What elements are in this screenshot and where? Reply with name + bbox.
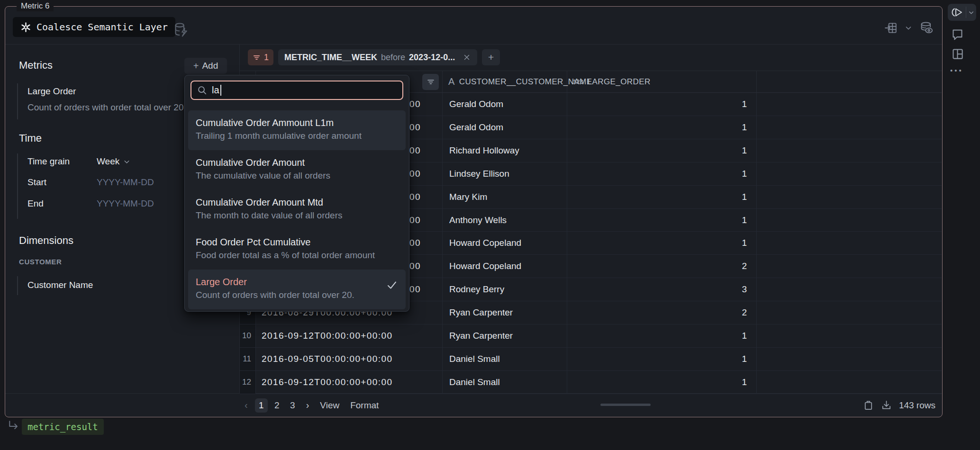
time-indent-line xyxy=(17,153,18,219)
date-value: 2016-09-12T00:00:00+00:00 xyxy=(262,331,392,341)
filter-chip[interactable]: METRIC_TIME__WEEK before 2023-12-0... xyxy=(278,49,477,65)
cell-customer-name: Ryan Carpenter xyxy=(443,301,567,324)
name-column-header[interactable]: A CUSTOMER__CUSTOMER_NAME xyxy=(443,71,567,92)
metric-option[interactable]: Food Order Pct Cumulative Food order tot… xyxy=(188,230,406,270)
time-grain-select[interactable]: Week xyxy=(97,156,131,167)
cell-empty xyxy=(757,371,942,394)
run-icon xyxy=(950,7,964,18)
table-row[interactable]: 11 2016-09-05T00:00:00+00:00 Daniel Smal… xyxy=(240,348,942,371)
cell-empty xyxy=(757,139,942,162)
page-button[interactable]: 3 xyxy=(286,398,299,413)
metrics-heading: Metrics xyxy=(19,59,53,72)
cell-large-order: 1 xyxy=(567,186,757,208)
option-title: Large Order xyxy=(196,276,398,288)
search-query: la xyxy=(212,85,219,96)
option-description: Count of orders with order total over 20… xyxy=(196,288,398,302)
cell-customer-name: Rodney Berry xyxy=(443,278,567,301)
plus-icon: + xyxy=(193,61,199,72)
metric-option[interactable]: Cumulative Order Amount Mtd The month to… xyxy=(188,190,406,230)
add-metric-button[interactable]: + Add xyxy=(184,58,227,74)
cell-customer-name: Richard Holloway xyxy=(443,139,567,162)
date-value: 2016-09-05T00:00:00+00:00 xyxy=(262,354,392,364)
format-button[interactable]: Format xyxy=(350,400,379,411)
table-row[interactable]: 10 2016-09-12T00:00:00+00:00 Ryan Carpen… xyxy=(240,324,942,348)
cell-customer-name: Mary Kim xyxy=(443,186,567,208)
filter-operator: before xyxy=(381,53,405,63)
table-row[interactable]: 12 2016-09-12T00:00:00+00:00 Daniel Smal… xyxy=(240,371,942,394)
metric-name[interactable]: Large Order xyxy=(27,86,76,97)
button-divider xyxy=(966,7,966,18)
download-icon[interactable] xyxy=(881,400,892,411)
date-value: 2016-09-12T00:00:00+00:00 xyxy=(262,377,392,387)
run-cell-button[interactable] xyxy=(948,4,976,21)
filter-lines-icon xyxy=(253,54,261,62)
table-footer: ‹ 123 › View Format xyxy=(245,394,379,417)
cell-title: Metric 6 xyxy=(17,1,54,11)
page-list: 123 xyxy=(255,398,299,413)
cell-customer-name: Anthony Wells xyxy=(443,209,567,232)
cell-large-order: 3 xyxy=(567,278,757,301)
cell-empty xyxy=(757,255,942,278)
prev-page-button[interactable]: ‹ xyxy=(245,400,248,411)
cell-customer-name: Gerald Odom xyxy=(443,116,567,139)
dimensions-heading: Dimensions xyxy=(19,234,73,247)
next-page-button[interactable]: › xyxy=(306,400,309,411)
cell-empty xyxy=(757,186,942,208)
cell-empty xyxy=(757,93,942,116)
page-button[interactable]: 1 xyxy=(255,398,268,413)
chevron-down-icon[interactable] xyxy=(968,9,975,16)
start-date-input[interactable]: YYYY-MM-DD xyxy=(97,177,154,188)
cell-customer-name: Lindsey Ellison xyxy=(443,162,567,185)
add-filter-button[interactable]: + xyxy=(482,49,500,65)
copy-icon[interactable] xyxy=(863,400,874,411)
page-button[interactable]: 2 xyxy=(271,398,283,413)
option-description: Food order total as a % of total order a… xyxy=(196,249,398,262)
filter-field: METRIC_TIME__WEEK xyxy=(284,53,377,63)
date-value-tail xyxy=(392,377,443,387)
dimension-indent-line xyxy=(17,276,18,295)
cell-large-order: 1 xyxy=(567,209,757,232)
table-import-icon[interactable] xyxy=(884,21,898,35)
row-index: 11 xyxy=(240,348,256,370)
cell-empty xyxy=(757,209,942,232)
option-description: The month to date value of all orders xyxy=(196,209,398,222)
text-type-icon: A xyxy=(448,76,455,87)
column-filter-button[interactable] xyxy=(422,74,439,90)
search-input[interactable]: la xyxy=(191,81,403,100)
end-date-input[interactable]: YYYY-MM-DD xyxy=(97,198,154,209)
layout-panels-icon[interactable] xyxy=(951,47,964,60)
option-title: Cumulative Order Amount xyxy=(196,156,398,169)
cell-metric-time-week: 2016-09-05T00:00:00+00:00 xyxy=(256,348,443,370)
start-label: Start xyxy=(27,177,46,188)
chevron-down-icon[interactable] xyxy=(904,24,913,32)
number-type-icon: 123 xyxy=(573,78,583,85)
metric-cell: Metric 6 Coalesce Semantic Layer xyxy=(5,6,943,417)
data-source-chip[interactable]: Coalesce Semantic Layer xyxy=(13,17,175,37)
value-column-header[interactable]: 123 LARGE_ORDER xyxy=(567,71,757,92)
database-lightning-icon[interactable] xyxy=(173,22,188,37)
cell-large-order: 1 xyxy=(567,348,757,370)
time-grain-label: Time grain xyxy=(27,156,70,167)
view-button[interactable]: View xyxy=(320,400,339,411)
dimension-item[interactable]: Customer Name xyxy=(27,279,93,291)
metric-option[interactable]: Cumulative Order Amount The cumulative v… xyxy=(188,150,406,190)
search-icon xyxy=(197,85,208,96)
filter-bar: 1 METRIC_TIME__WEEK before 2023-12-0... … xyxy=(248,49,500,65)
dimension-group-label: CUSTOMER xyxy=(19,258,62,266)
comment-icon[interactable] xyxy=(951,28,964,41)
cell-customer-name: Gerald Odom xyxy=(443,93,567,116)
remove-filter-button[interactable] xyxy=(463,53,471,62)
more-options-icon[interactable]: ••• xyxy=(950,66,963,74)
metric-description: Count of orders with order total over 20… xyxy=(27,102,186,113)
horizontal-scrollbar[interactable] xyxy=(600,404,651,406)
add-button-label: Add xyxy=(202,61,218,71)
output-variable-chip[interactable]: metric_result xyxy=(22,419,104,435)
filter-count-badge[interactable]: 1 xyxy=(248,49,273,65)
filter-lines-icon xyxy=(426,78,435,86)
option-description: The cumulative value of all orders xyxy=(196,169,398,182)
database-preview-icon[interactable] xyxy=(919,21,934,35)
metric-option[interactable]: Large Order Count of orders with order t… xyxy=(188,270,406,309)
close-icon xyxy=(463,53,471,62)
cell-customer-name: Ryan Carpenter xyxy=(443,324,567,347)
metric-option[interactable]: Cumulative Order Ammount L1m Trailing 1 … xyxy=(188,110,406,150)
